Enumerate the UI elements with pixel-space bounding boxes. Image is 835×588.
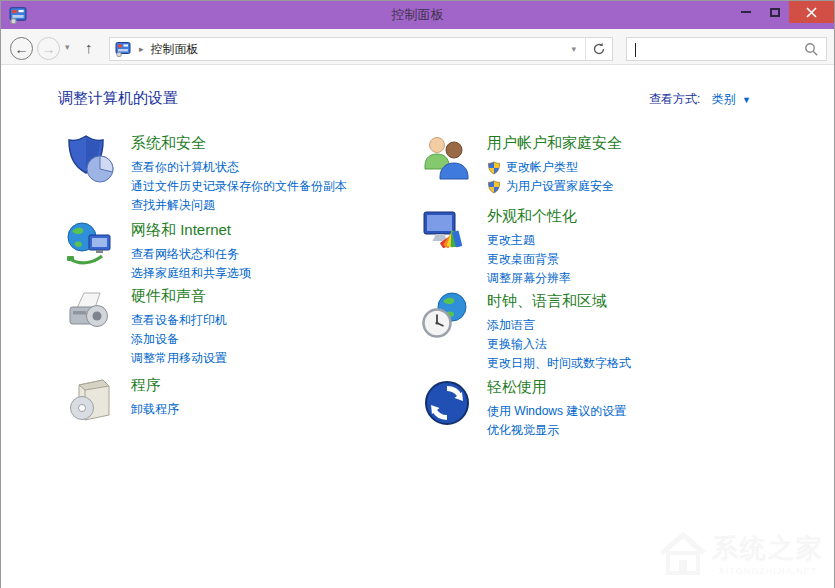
up-arrow-icon: ↑	[85, 39, 93, 56]
control-panel-icon	[115, 41, 131, 57]
user-accounts-icon[interactable]	[421, 133, 473, 185]
task-link[interactable]: 更改帐户类型	[487, 158, 622, 177]
minimize-icon	[741, 11, 751, 13]
refresh-button[interactable]	[585, 38, 612, 60]
task-link[interactable]: 添加设备	[131, 330, 227, 349]
address-dropdown-button[interactable]: ▾	[562, 44, 585, 54]
category-title[interactable]: 时钟、语言和区域	[487, 291, 631, 311]
category-title[interactable]: 网络和 Internet	[131, 220, 251, 240]
search-icon	[804, 42, 819, 57]
task-link[interactable]: 更换输入法	[487, 335, 631, 354]
category-column-right: 用户帐户和家庭安全 更改帐户类型 为用户设置家庭安全	[421, 133, 811, 440]
category-column-left: 系统和安全 查看你的计算机状态 通过文件历史记录保存你的文件备份副本 查找并解决…	[65, 133, 410, 427]
clock-globe-icon[interactable]	[421, 291, 473, 343]
maximize-button[interactable]	[760, 1, 789, 23]
program-box-icon[interactable]	[65, 375, 117, 427]
task-link[interactable]: 调整屏幕分辨率	[487, 269, 577, 288]
category-programs: 程序 卸载程序	[65, 375, 410, 427]
control-panel-window: 控制面板 ← → ▾ ↑ ▸ 控制面板 ▾	[0, 0, 835, 588]
close-button[interactable]	[789, 1, 834, 23]
category-title[interactable]: 硬件和声音	[131, 286, 227, 306]
task-link[interactable]: 查看网络状态和任务	[131, 245, 251, 264]
category-title[interactable]: 程序	[131, 375, 179, 395]
view-by-caret-icon[interactable]: ▼	[742, 95, 751, 105]
forward-icon: →	[42, 42, 56, 56]
category-title[interactable]: 外观和个性化	[487, 206, 577, 226]
category-title[interactable]: 用户帐户和家庭安全	[487, 133, 622, 153]
task-link[interactable]: 为用户设置家庭安全	[487, 177, 622, 196]
category-appearance: 外观和个性化 更改主题 更改桌面背景 调整屏幕分辨率	[421, 206, 811, 288]
task-link[interactable]: 通过文件历史记录保存你的文件备份副本	[131, 177, 347, 196]
task-link[interactable]: 优化视觉显示	[487, 421, 626, 440]
appearance-monitor-icon[interactable]	[421, 206, 473, 258]
task-link[interactable]: 调整常用移动设置	[131, 349, 227, 368]
close-icon	[806, 7, 817, 18]
task-link[interactable]: 查看你的计算机状态	[131, 158, 347, 177]
minimize-button[interactable]	[731, 1, 760, 23]
view-by-label: 查看方式:	[649, 92, 700, 106]
chevron-down-icon: ▾	[65, 42, 70, 52]
category-hardware-sound: 硬件和声音 查看设备和打印机 添加设备 调整常用移动设置	[65, 286, 410, 368]
search-input[interactable]	[626, 37, 827, 61]
category-title[interactable]: 系统和安全	[131, 133, 347, 153]
maximize-icon	[770, 8, 780, 17]
task-link-label: 更改帐户类型	[506, 158, 578, 177]
breadcrumb-arrow-icon: ▸	[139, 44, 144, 54]
view-by-control: 查看方式: 类别 ▼	[649, 91, 751, 108]
back-button[interactable]: ←	[10, 37, 33, 60]
view-by-value[interactable]: 类别	[712, 92, 736, 106]
text-caret	[635, 43, 636, 57]
forward-button[interactable]: →	[37, 37, 60, 60]
task-link[interactable]: 添加语言	[487, 316, 631, 335]
ease-of-access-icon[interactable]	[421, 377, 473, 429]
task-link-label: 为用户设置家庭安全	[506, 177, 614, 196]
network-globe-icon[interactable]	[65, 220, 117, 272]
window-title: 控制面板	[1, 6, 834, 24]
task-link[interactable]: 使用 Windows 建议的设置	[487, 402, 626, 421]
breadcrumb[interactable]: 控制面板	[151, 41, 199, 58]
page-title: 调整计算机的设置	[58, 89, 178, 108]
refresh-icon	[592, 42, 606, 56]
titlebar: 控制面板	[1, 1, 834, 29]
uac-shield-icon	[487, 180, 501, 194]
category-user-accounts: 用户帐户和家庭安全 更改帐户类型 为用户设置家庭安全	[421, 133, 811, 196]
task-link[interactable]: 卸载程序	[131, 400, 179, 419]
category-title[interactable]: 轻松使用	[487, 377, 626, 397]
address-bar[interactable]: ▸ 控制面板 ▾	[109, 37, 613, 61]
category-system-security: 系统和安全 查看你的计算机状态 通过文件历史记录保存你的文件备份副本 查找并解决…	[65, 133, 410, 215]
content-area: 调整计算机的设置 查看方式: 类别 ▼ 系统和安全 查看你的计算机状态 通过文件…	[1, 65, 834, 588]
task-link[interactable]: 更改桌面背景	[487, 250, 577, 269]
history-dropdown-button[interactable]: ▾	[65, 42, 70, 52]
printer-sound-icon[interactable]	[65, 286, 117, 338]
uac-shield-icon	[487, 161, 501, 175]
control-panel-app-icon	[9, 6, 27, 24]
task-link[interactable]: 查找并解决问题	[131, 196, 347, 215]
category-ease-of-access: 轻松使用 使用 Windows 建议的设置 优化视觉显示	[421, 377, 811, 440]
task-link[interactable]: 更改日期、时间或数字格式	[487, 354, 631, 373]
category-network-internet: 网络和 Internet 查看网络状态和任务 选择家庭组和共享选项	[65, 220, 410, 283]
up-button[interactable]: ↑	[85, 39, 93, 56]
back-icon: ←	[15, 42, 29, 56]
task-link[interactable]: 选择家庭组和共享选项	[131, 264, 251, 283]
task-link[interactable]: 更改主题	[487, 231, 577, 250]
security-shield-icon[interactable]	[65, 133, 117, 185]
task-link[interactable]: 查看设备和打印机	[131, 311, 227, 330]
category-clock-language: 时钟、语言和区域 添加语言 更换输入法 更改日期、时间或数字格式	[421, 291, 811, 373]
